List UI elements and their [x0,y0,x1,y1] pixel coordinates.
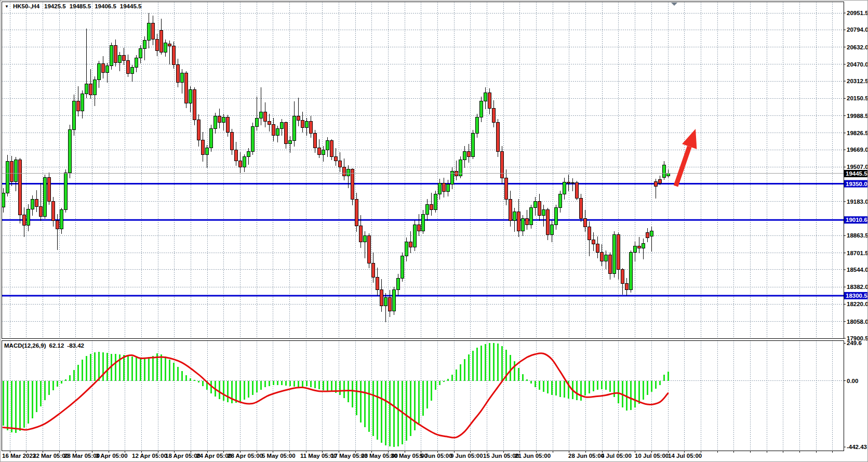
candle-body [6,162,9,193]
macd-bar [564,381,565,398]
macd-bar [127,355,129,380]
macd-bar [140,358,141,380]
macd-bar [198,381,199,382]
macd-bar [464,359,465,381]
candle-body [176,65,179,83]
chart-shift-marker-icon[interactable] [671,3,677,6]
macd-bar [194,380,195,380]
macd-bar [348,381,349,403]
candle-body [60,210,63,229]
macd-histogram [3,343,669,447]
candle-body [292,116,296,140]
price-axis-label: 19988.5 [847,113,868,119]
up-arrow-annotation[interactable] [674,129,697,187]
macd-bar [11,381,12,433]
candle-body [425,205,429,214]
candle-body [22,215,25,226]
macd-bar [298,381,299,387]
candle-body [409,242,412,247]
macd-bar [227,381,229,403]
macd-bar [343,381,345,398]
candle-body [284,123,287,144]
macd-bar [123,355,125,381]
macd-bar [584,381,586,396]
candle-body [205,148,208,154]
macd-bar [667,372,669,381]
macd-bar [161,354,162,380]
macd-bar [256,381,258,393]
macd-bar [360,381,362,423]
candle-body [434,194,437,210]
macd-bar [643,381,644,400]
macd-bar [601,381,603,390]
candle-body [105,66,109,72]
macd-bar [264,381,266,388]
candle-body [384,297,387,306]
candle-body [371,263,375,277]
time-axis-label: 21 Jun 05:00 [515,453,551,459]
macd-bar [414,381,416,430]
candle-body [596,244,599,253]
macd-bar [169,360,170,380]
macd-bar [609,381,611,392]
candle-body [621,270,624,284]
candle-body [268,122,271,125]
time-axis-label: 5 Jun 05:00 [420,453,452,459]
candle-body [243,156,246,167]
macd-bar [593,381,594,391]
time-axis-label: 14 Jul 05:00 [668,453,702,459]
ohlc-close: 19445.5 [120,3,142,9]
ohlc-high: 19485.5 [70,3,91,9]
candle-body [151,23,154,39]
candle-body [355,199,358,226]
candle-body [646,233,649,237]
macd-bar [518,368,519,381]
candle-body [43,177,46,216]
macd-bar [422,381,424,416]
indicator-label: MACD(12,26,9) 62.12 -83.42 [4,342,84,349]
macd-bar [252,381,253,395]
macd-bar [530,381,532,384]
macd-bar [239,381,241,402]
candle-body [662,165,665,178]
candle-body [230,132,233,150]
candle-body [430,205,433,210]
price-level-badge: 19010.6 [844,216,868,223]
candle-body [400,256,404,278]
candle-body [139,48,142,58]
macd-bar [501,346,503,381]
time-axis[interactable]: 16 Mar 202322 Mar 05:0028 Mar 05:003 Apr… [2,451,833,459]
symbol-menu-icon[interactable]: ▼ [5,4,9,9]
time-axis-label: 28 Mar 05:00 [64,453,100,459]
candle-body [305,122,308,128]
candle-body [517,212,520,231]
candle-body [222,117,225,122]
candle-body [629,253,632,290]
macd-bar [551,381,553,395]
candle-body [405,242,408,256]
macd-bar [634,381,636,407]
candle-body [56,220,59,229]
macd-bar [364,381,366,427]
macd-bar [3,381,4,426]
macd-bar [269,381,270,386]
macd-bar [52,381,54,391]
price-axis-label: 18058.0 [847,319,868,325]
candle-body [322,150,325,154]
macd-bar [7,381,8,430]
macd-bar [190,378,191,380]
macd-bar [659,381,661,385]
candle-body [193,89,196,120]
macd-bar [576,381,578,401]
candle-body [226,117,229,132]
macd-bar [327,381,328,391]
candle-body [642,243,645,248]
macd-bar [86,356,87,381]
price-axis-label: 18544.0 [847,267,868,273]
candle-body [471,133,474,156]
macd-bar [410,381,411,436]
time-axis-label: 22 Mar 05:00 [33,453,69,459]
macd-axis-label: 249.6 [847,340,862,346]
macd-bar [181,371,183,381]
macd-bar [339,381,341,395]
